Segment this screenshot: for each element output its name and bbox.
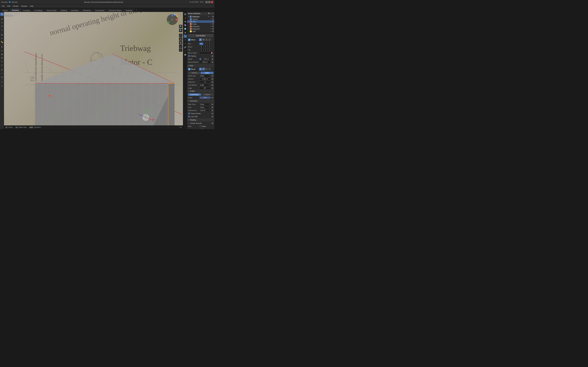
tool-cursor[interactable]: ⊕ <box>0 17 4 21</box>
menu-render[interactable]: Render <box>12 5 20 7</box>
mirror-merge-checkbox[interactable]: ✓ <box>199 58 201 60</box>
physics-btn[interactable]: ⚛ <box>184 42 187 45</box>
mirror-flip-y-btn[interactable]: Y <box>204 49 208 51</box>
bevel-camera-btn[interactable]: □ <box>208 68 211 70</box>
mirror-clipping-plus[interactable]: ⊕ <box>211 55 214 57</box>
empty002-render-btn[interactable]: 📷 <box>212 28 214 30</box>
zoom-out-btn[interactable]: 🔍 <box>179 29 182 32</box>
empty-render-btn[interactable]: 📷 <box>212 23 214 25</box>
mirror-merge-value[interactable]: 0.001 m <box>202 58 211 60</box>
scene-filter-btn[interactable]: 🔍 <box>208 13 210 15</box>
harden-normals-checkbox[interactable] <box>188 122 190 124</box>
tab-rendering[interactable]: Rendering <box>81 9 93 12</box>
menu-edit[interactable]: Edit <box>6 5 11 7</box>
tool-edge-slide[interactable]: ⇄ <box>0 75 4 79</box>
shading-section-header[interactable]: ▼ Shading <box>187 118 214 121</box>
mirror-bisect-dist-plus[interactable]: ⊕ <box>211 61 214 63</box>
cube-render-btn[interactable]: 📷 <box>212 21 214 23</box>
add-tab-button[interactable]: + <box>134 8 138 12</box>
light-render-btn[interactable]: 📷 <box>212 30 214 32</box>
data-section[interactable]: ▶ Data <box>187 64 214 67</box>
bevel-width-type-value[interactable]: Offset ▾ <box>199 75 211 77</box>
tool-rotate[interactable]: ↺ <box>0 25 4 28</box>
col-render-btn[interactable]: 📷 <box>212 16 214 17</box>
tool-scale[interactable]: ⤡ <box>0 28 4 32</box>
inner-plus[interactable]: ⊕ <box>211 106 214 108</box>
intersections-value[interactable]: Grid Fill ▾ <box>199 109 211 112</box>
tool-polypen[interactable]: ✦ <box>0 63 4 67</box>
bevel-render-btn[interactable]: 📷 <box>202 68 205 70</box>
mirror-camera-btn[interactable]: □ <box>208 38 211 41</box>
tab-modeling[interactable]: Modeling <box>10 9 21 12</box>
bevel-segments-plus[interactable]: ⊕ <box>211 81 214 83</box>
bevel-limit-value[interactable]: Angle ▾ <box>199 84 211 86</box>
object-props-btn[interactable]: ▣ <box>184 31 187 34</box>
bevel-angle-value[interactable]: 90° <box>199 87 211 89</box>
render-mode-btn[interactable]: ◈ <box>179 37 182 41</box>
tool-extrude[interactable]: ⬆ <box>0 45 4 49</box>
material-props-btn[interactable]: ⬤ <box>184 53 187 56</box>
bevel-close-btn[interactable]: ✕ <box>212 68 214 70</box>
tool-shear[interactable]: ◇ <box>0 84 4 87</box>
mirror-x-btn[interactable]: X <box>199 43 203 45</box>
tool-annotate[interactable]: ✏ <box>0 37 4 40</box>
tool-smooth-vertex[interactable]: 〰 <box>0 72 4 75</box>
harden-normals-plus[interactable]: ⊕ <box>211 122 214 124</box>
tool-inset[interactable]: ◻ <box>0 49 4 52</box>
maximize-button[interactable] <box>208 1 210 3</box>
tool-knife[interactable]: ✂ <box>0 60 4 63</box>
intersections-plus[interactable]: ⊕ <box>211 109 214 111</box>
superellipse-btn[interactable]: Superellipse <box>188 93 201 96</box>
menu-window[interactable]: Window <box>20 5 28 7</box>
profile-shape-value[interactable]: 0.50 <box>199 97 211 99</box>
bevel-edges-btn[interactable]: Edges <box>201 72 214 74</box>
tool-move[interactable]: ✛ <box>0 21 4 24</box>
view-layer-props-btn[interactable]: 🏔 <box>184 20 187 23</box>
sharp-checkbox[interactable] <box>199 128 201 129</box>
custom-btn[interactable]: Custom <box>201 93 214 96</box>
wireframe-mode-btn[interactable]: □ <box>179 48 182 52</box>
collection-root[interactable]: ▼ Collection 👁 ↖ 📷 <box>187 16 214 18</box>
material-mode-btn[interactable]: ◉ <box>179 41 182 44</box>
tool-loop-cut[interactable]: ⊟ <box>0 56 4 59</box>
collection-item-empty002[interactable]: Empty.002 👁 📷 <box>187 28 214 30</box>
mirror-flip-z-btn[interactable]: Z <box>208 49 211 51</box>
loop-slide-checkbox[interactable]: ✓ <box>188 116 190 117</box>
empty001-view-btn[interactable]: 👁 <box>210 25 212 27</box>
tab-scripting[interactable]: Scripting <box>124 9 134 12</box>
mirror-edit-btn[interactable]: ✏ <box>205 38 208 41</box>
camera-view-btn[interactable]: 👁 <box>210 18 212 20</box>
zoom-in-btn[interactable]: 🔍 <box>179 25 182 28</box>
mirror-bisect-y-btn[interactable]: Y <box>204 46 208 48</box>
mirror-bisect-z-btn[interactable]: Z <box>208 46 211 48</box>
menu-file[interactable]: File <box>1 5 6 7</box>
collection-item-empty[interactable]: Empty 👁 📷 <box>187 23 214 25</box>
scene-new-btn[interactable]: + <box>211 13 212 15</box>
mirror-render-btn[interactable]: 📷 <box>202 38 205 41</box>
particles-btn[interactable]: ✦ <box>184 38 187 42</box>
inner-value[interactable]: Sharp ▾ <box>199 106 211 108</box>
tab-uv-editing[interactable]: UV Editing <box>32 9 44 12</box>
tab-animation[interactable]: Animation <box>69 9 81 12</box>
cube-view-btn[interactable]: 👁 <box>210 21 212 23</box>
col-select-btn[interactable]: ↖ <box>210 16 212 17</box>
bevel-amount-value[interactable]: 0.001 m <box>199 78 211 80</box>
mirror-bisect-x-btn[interactable]: X <box>199 46 203 48</box>
tool-measure[interactable]: 📏 <box>0 40 4 44</box>
collection-item-cube[interactable]: Cube 👁 📷 <box>187 20 214 23</box>
mirror-merge-plus[interactable]: ⊕ <box>211 58 214 60</box>
mirror-y-btn[interactable]: Y <box>204 43 208 45</box>
bevel-width-type-plus[interactable]: ⊕ <box>211 75 214 77</box>
constraints-btn[interactable]: 🔗 <box>184 46 187 49</box>
tool-select[interactable]: ↖ <box>0 13 4 16</box>
bevel-limit-plus[interactable]: ⊕ <box>211 84 214 86</box>
scene-delete-btn[interactable]: ✕ <box>212 13 214 15</box>
collection-item-camera[interactable]: Camera 👁 📷 <box>187 18 214 20</box>
miter-outer-plus[interactable]: ⊕ <box>211 103 214 105</box>
tab-texture-paint[interactable]: Texture Paint <box>44 9 58 12</box>
output-props-btn[interactable]: 🖨 <box>184 16 187 20</box>
miter-outer-value[interactable]: Sharp ▾ <box>199 103 211 106</box>
add-modifier-btn[interactable]: Add Modifier <box>188 34 214 37</box>
mirror-realtime-btn[interactable]: 👁 <box>199 38 202 41</box>
tab-geometry-nodes[interactable]: Geometry Nodes <box>107 9 123 12</box>
